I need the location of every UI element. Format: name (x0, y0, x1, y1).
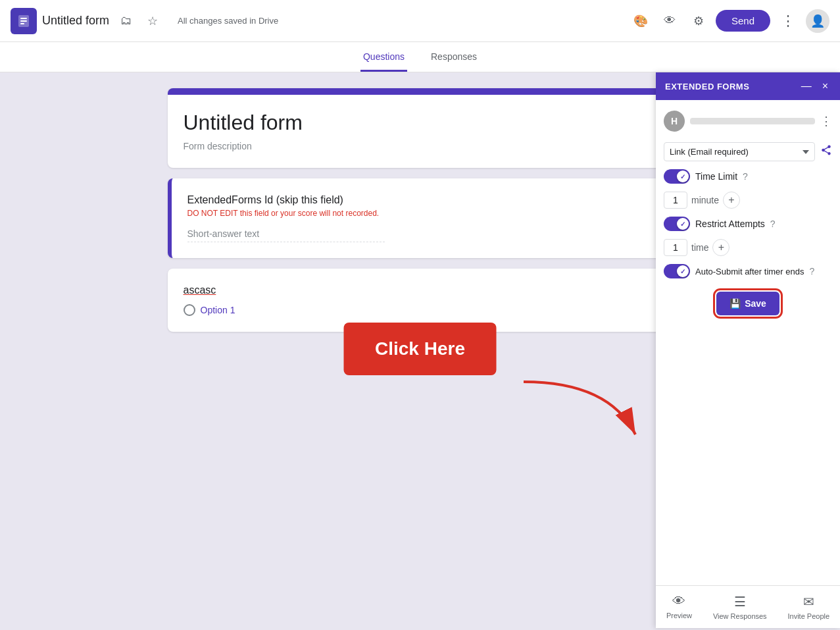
time-limit-toggle[interactable]: ✓ (664, 169, 690, 184)
time-limit-label: Time Limit (695, 171, 737, 182)
restrict-attempts-unit: time (691, 242, 708, 253)
time-limit-unit: minute (691, 195, 719, 205)
preview-btn[interactable]: 👁 (658, 9, 681, 33)
option-row: Option 1 (184, 304, 657, 316)
time-limit-row: ✓ Time Limit ? (664, 169, 832, 184)
save-row: 💾 Save (664, 286, 832, 321)
invite-people-footer-btn[interactable]: ✉ Invite People (782, 591, 835, 623)
svg-rect-3 (20, 23, 24, 24)
ext-panel-header: EXTENDED FORMS — × (656, 72, 840, 100)
send-button[interactable]: Send (716, 10, 770, 32)
view-responses-footer-btn[interactable]: ☰ View Responses (708, 591, 772, 623)
topbar-file-actions: 🗂 ☆ (114, 9, 164, 33)
main-content: ExtendedForms Id (skip this field) DO NO… (0, 72, 840, 628)
more-options-btn[interactable]: ⋮ (776, 10, 801, 32)
form-area: ExtendedForms Id (skip this field) DO NO… (168, 88, 673, 332)
click-here-box[interactable]: Click Here (343, 323, 497, 375)
palette-btn[interactable]: 🎨 (629, 9, 653, 33)
invite-people-footer-label: Invite People (787, 612, 829, 620)
invite-people-footer-icon: ✉ (803, 594, 814, 610)
form-title: Untitled form (42, 14, 109, 28)
restrict-attempts-add-btn[interactable]: + (712, 239, 729, 256)
title-card (168, 88, 673, 168)
question-1-title: ExtendedForms Id (skip this field) (187, 194, 657, 206)
restrict-attempts-help-icon[interactable]: ? (770, 219, 776, 229)
question-2-label: ascasc (184, 284, 657, 296)
svg-rect-1 (20, 18, 27, 19)
time-limit-value-row: 1 minute + (664, 192, 832, 209)
restrict-attempts-row: ✓ Restrict Attempts ? (664, 217, 832, 231)
avatar[interactable]: 👤 (806, 9, 829, 33)
restrict-attempts-toggle[interactable]: ✓ (664, 217, 690, 231)
star-btn[interactable]: ☆ (141, 9, 164, 33)
view-responses-footer-icon: ☰ (734, 594, 746, 610)
ext-dropdown-row: Link (Email required) (664, 142, 832, 161)
save-label: Save (745, 298, 766, 309)
share-btn[interactable] (820, 144, 832, 159)
restrict-toggle-knob: ✓ (677, 218, 689, 230)
save-button[interactable]: 💾 Save (716, 292, 779, 315)
extended-forms-panel: EXTENDED FORMS — × H ⋮ Link (Email requi… (656, 72, 840, 628)
restrict-attempts-value: 1 (664, 239, 687, 256)
arrow-indicator (504, 375, 649, 454)
form-description-input[interactable] (184, 141, 657, 151)
radio-button[interactable] (184, 304, 195, 316)
app-icon (11, 8, 37, 34)
toggle-knob: ✓ (677, 171, 689, 182)
topbar-right: 🎨 👁 ⚙ Send ⋮ 👤 (629, 9, 829, 33)
auto-submit-toggle-knob: ✓ (677, 265, 689, 277)
ext-panel-body: H ⋮ Link (Email required) ✓ (656, 100, 840, 585)
option-1-label: Option 1 (201, 305, 235, 315)
restrict-attempts-label: Restrict Attempts (695, 219, 765, 229)
question-1-card: ExtendedForms Id (skip this field) DO NO… (168, 178, 673, 258)
link-type-select[interactable]: Link (Email required) (664, 142, 815, 161)
topbar-left: Untitled form 🗂 ☆ All changes saved in D… (11, 8, 629, 34)
ext-header-icons: — × (799, 79, 831, 93)
ext-user-row: H ⋮ (664, 108, 832, 134)
preview-footer-btn[interactable]: 👁 Preview (661, 591, 697, 623)
ext-close-btn[interactable]: × (820, 79, 831, 93)
view-responses-footer-label: View Responses (713, 612, 767, 620)
ext-avatar: H (664, 111, 685, 132)
ext-username-bar (690, 118, 815, 124)
auto-submit-help-icon[interactable]: ? (809, 266, 814, 276)
time-limit-value: 1 (664, 192, 687, 209)
preview-footer-icon: 👁 (672, 594, 685, 609)
tab-questions[interactable]: Questions (360, 42, 407, 72)
question-1-subtitle: DO NOT EDIT this field or your score wil… (187, 209, 657, 218)
svg-rect-2 (20, 20, 27, 22)
settings-btn[interactable]: ⚙ (687, 9, 710, 33)
ext-panel-footer: 👁 Preview ☰ View Responses ✉ Invite Peop… (656, 585, 840, 628)
auto-submit-row: ✓ Auto-Submit after timer ends ? (664, 264, 832, 278)
saved-status: All changes saved in Drive (178, 16, 278, 26)
topbar: Untitled form 🗂 ☆ All changes saved in D… (0, 0, 840, 42)
ext-minimize-btn[interactable]: — (799, 79, 814, 93)
auto-submit-toggle[interactable]: ✓ (664, 264, 690, 278)
form-title-input[interactable] (184, 111, 657, 135)
restrict-attempts-value-row: 1 time + (664, 239, 832, 256)
auto-submit-label: Auto-Submit after timer ends (695, 267, 804, 276)
save-icon: 💾 (729, 298, 741, 309)
ext-panel-title: EXTENDED FORMS (665, 82, 749, 92)
tab-responses[interactable]: Responses (428, 42, 480, 72)
tabs-bar: Questions Responses (0, 42, 840, 72)
time-limit-add-btn[interactable]: + (723, 192, 740, 209)
folder-btn[interactable]: 🗂 (114, 9, 138, 33)
time-limit-help-icon[interactable]: ? (743, 171, 748, 182)
short-answer-field[interactable]: Short-answer text (187, 228, 385, 242)
preview-footer-label: Preview (666, 612, 692, 619)
ext-user-more-btn[interactable]: ⋮ (820, 114, 832, 128)
